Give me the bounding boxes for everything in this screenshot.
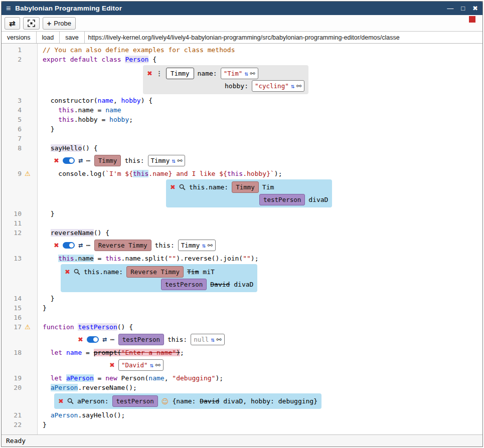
code-line[interactable]: 12 reverseName() { — [2, 228, 482, 238]
code-token[interactable]: aPerson — [51, 384, 78, 391]
close-icon[interactable]: ✖ — [54, 242, 59, 249]
code-token[interactable]: Person — [125, 56, 148, 63]
code-token: let — [51, 349, 62, 356]
stepper-icon[interactable]: ⇅ — [202, 243, 205, 249]
code-line[interactable]: 2export default class Person { — [2, 55, 482, 64]
code-token[interactable]: prompt( — [94, 349, 121, 356]
example-badge[interactable]: testPerson — [161, 279, 207, 290]
more-options-icon[interactable]: ⋯ — [86, 157, 91, 164]
example-badge[interactable]: Timmy — [232, 181, 259, 193]
example-badge[interactable]: Reverse Timmy — [94, 240, 151, 251]
swap-icon[interactable]: ⇄ — [78, 157, 83, 164]
warning-icon[interactable]: ⚠ — [22, 322, 34, 332]
code-line[interactable]: 9⚠ console.log(`I'm ${this.name} and I l… — [2, 169, 482, 178]
widget-row-items: ✖"David"⇅⚯ — [109, 359, 164, 371]
value-input[interactable]: null⇅⚯ — [191, 334, 224, 345]
stepper-icon[interactable]: ⇅ — [291, 83, 294, 89]
value-input[interactable]: Timmy⇅⚯ — [178, 240, 216, 251]
code-line[interactable]: 21 aPerson.sayHello(); — [2, 410, 482, 420]
value-input[interactable]: "Tim"⇅⚯ — [221, 68, 258, 79]
example-badge[interactable]: testPerson — [259, 194, 305, 205]
value-input[interactable]: "David"⇅⚯ — [118, 359, 164, 371]
load-button[interactable]: load — [37, 32, 60, 43]
versions-button[interactable]: versions — [2, 32, 37, 43]
code-token — [66, 56, 70, 63]
code-line[interactable]: 5 this.hobby = hobby; — [2, 115, 482, 124]
code-token[interactable]: this — [58, 255, 74, 262]
value-input[interactable]: "cycling"⇅⚯ — [252, 80, 304, 92]
code-line[interactable]: 11 — [2, 218, 482, 228]
code-line[interactable]: 17⚠function testPerson() { — [2, 322, 482, 332]
swap-icon[interactable]: ⇄ — [78, 242, 83, 249]
close-icon[interactable]: ✖ — [147, 70, 152, 77]
link-icon[interactable]: ⚯ — [250, 71, 255, 77]
more-options-icon[interactable]: ⋯ — [110, 336, 115, 343]
link-icon[interactable]: ⚯ — [217, 337, 222, 343]
code-line[interactable]: 20 aPerson.reverseName(); — [2, 383, 482, 392]
example-badge[interactable]: Timmy — [94, 155, 121, 166]
example-name-input[interactable]: Timmy — [166, 68, 194, 79]
code-token[interactable]: ) — [176, 349, 180, 356]
selection-tool-button[interactable] — [23, 17, 40, 30]
code-line[interactable]: 13 this.name = this.name.split("").rever… — [2, 254, 482, 263]
code-line[interactable]: 18 let name = prompt("Enter a name"); — [2, 348, 482, 357]
example-badge[interactable]: Reverse Timmy — [126, 266, 184, 278]
code-line[interactable]: 22} — [2, 420, 482, 429]
swap-views-button[interactable]: ⇄ — [5, 17, 20, 30]
example-badge[interactable]: testPerson — [118, 334, 164, 345]
close-icon[interactable]: ✖ — [58, 398, 64, 404]
toggle-switch[interactable] — [63, 242, 75, 249]
stepper-icon[interactable]: ⇅ — [211, 337, 214, 343]
more-options-icon[interactable]: ⋯ — [86, 242, 91, 249]
code-line[interactable]: 16 — [2, 313, 482, 322]
link-icon[interactable]: ⚯ — [208, 243, 213, 249]
code-line[interactable]: 10 } — [2, 209, 482, 218]
code-token[interactable]: .name — [74, 255, 94, 262]
link-icon[interactable]: ⚯ — [296, 83, 301, 89]
code-token[interactable]: reverseName — [51, 229, 94, 237]
code-token[interactable]: aPerson — [66, 374, 94, 382]
stepper-icon[interactable]: ⇅ — [150, 362, 153, 368]
code-line[interactable]: 3 constructor(name, hobby) { — [2, 96, 482, 105]
code-token: name — [66, 349, 82, 356]
code-token[interactable]: sayHello — [51, 144, 82, 152]
toggle-switch[interactable] — [63, 157, 75, 164]
stepper-icon[interactable]: ⇅ — [244, 71, 248, 77]
code-line[interactable]: 19 let aPerson = new Person(name, "debug… — [2, 373, 482, 383]
link-icon[interactable]: ⚯ — [155, 362, 160, 368]
code-editor[interactable]: 1// You can also define examples for cla… — [2, 44, 482, 434]
example-badge[interactable]: testPerson — [112, 395, 158, 407]
stepper-icon[interactable]: ⇅ — [172, 158, 175, 164]
save-button[interactable]: save — [60, 32, 84, 43]
window-controls: — □ ✖ — [447, 5, 478, 12]
close-button[interactable]: ✖ — [472, 5, 478, 12]
code-line[interactable]: 7 — [2, 134, 482, 143]
maximize-button[interactable]: □ — [461, 5, 465, 12]
close-icon[interactable]: ✖ — [109, 362, 115, 368]
close-icon[interactable]: ✖ — [78, 336, 83, 343]
minimize-button[interactable]: — — [447, 5, 453, 12]
close-icon[interactable]: ✖ — [65, 269, 70, 275]
value-input[interactable]: Timmy⇅⚯ — [148, 155, 186, 166]
code-token[interactable]: "Enter a name" — [121, 349, 177, 356]
code-line[interactable]: 1// You can also define examples for cla… — [2, 45, 482, 55]
menu-icon[interactable]: ⋮ — [156, 69, 163, 78]
code-line[interactable]: 14 } — [2, 294, 482, 303]
title-bar[interactable]: ≡ Babylonian Programming Editor — □ ✖ — [2, 2, 482, 15]
toggle-switch[interactable] — [87, 336, 99, 343]
close-icon[interactable]: ✖ — [54, 157, 59, 164]
code-line[interactable]: 8 sayHello() { — [2, 143, 482, 153]
code-token[interactable]: testPerson — [78, 323, 117, 331]
code-area[interactable]: 1// You can also define examples for cla… — [2, 45, 482, 429]
code-token[interactable]: this — [133, 170, 148, 177]
code-line[interactable]: 4 this.name = name — [2, 105, 482, 115]
add-probe-button[interactable]: + Probe — [43, 17, 76, 30]
close-icon[interactable]: ✖ — [170, 184, 176, 190]
hamburger-menu-icon[interactable]: ≡ — [6, 5, 11, 13]
swap-icon[interactable]: ⇄ — [102, 336, 107, 343]
code-line[interactable]: 6 } — [2, 124, 482, 134]
url-input[interactable]: https://lively-kernel.org/lively4/lively… — [85, 32, 482, 43]
warning-icon[interactable]: ⚠ — [22, 169, 34, 178]
link-icon[interactable]: ⚯ — [177, 158, 182, 164]
code-line[interactable]: 15} — [2, 303, 482, 313]
